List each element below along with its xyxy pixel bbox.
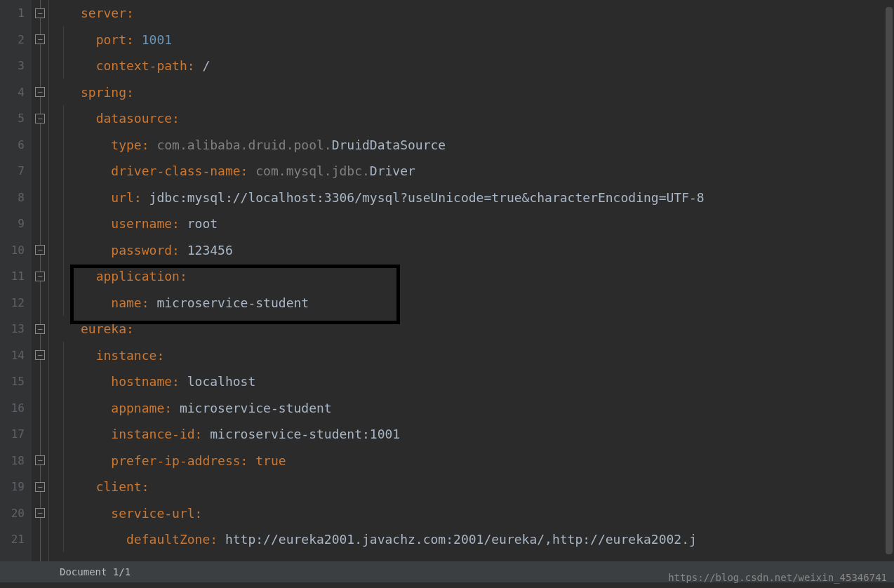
line-number[interactable]: 10	[0, 237, 25, 264]
fold-toggle[interactable]	[35, 508, 45, 518]
fold-toggle[interactable]	[35, 34, 45, 44]
fold-toggle[interactable]	[35, 245, 45, 255]
line-number[interactable]: 18	[0, 448, 25, 474]
code-line: name: microservice-student	[81, 290, 894, 316]
code-line: server:	[81, 0, 894, 27]
code-line: username: root	[81, 211, 894, 237]
code-line: spring:	[81, 79, 894, 106]
line-number[interactable]: 11	[0, 263, 25, 290]
vertical-scrollbar[interactable]	[886, 7, 893, 554]
line-number[interactable]: 8	[0, 185, 25, 211]
code-line: defaultZone: http://eureka2001.javachz.c…	[81, 526, 894, 553]
fold-toggle[interactable]	[35, 8, 45, 18]
line-number[interactable]: 12	[0, 290, 25, 316]
line-number[interactable]: 9	[0, 211, 25, 237]
code-line: hostname: localhost	[81, 368, 894, 395]
line-number[interactable]: 7	[0, 158, 25, 185]
editor: 1 2 3 4 5 6 7 8 9 10 11 12 13 14 15 16 1…	[0, 0, 894, 561]
line-number[interactable]: 4	[0, 79, 25, 106]
line-number[interactable]: 19	[0, 474, 25, 500]
line-number[interactable]: 21	[0, 526, 25, 553]
line-number[interactable]: 5	[0, 105, 25, 132]
line-number[interactable]: 20	[0, 500, 25, 527]
line-number-gutter: 1 2 3 4 5 6 7 8 9 10 11 12 13 14 15 16 1…	[0, 0, 32, 561]
fold-toggle[interactable]	[35, 114, 45, 123]
line-number[interactable]: 1	[0, 0, 25, 27]
fold-gutter	[32, 0, 49, 561]
line-number[interactable]: 2	[0, 27, 25, 53]
code-line: context-path: /	[81, 53, 894, 79]
fold-toggle[interactable]	[35, 350, 45, 360]
code-line: datasource:	[81, 105, 894, 132]
code-line: eureka:	[81, 316, 894, 342]
fold-toggle[interactable]	[35, 272, 45, 281]
code-line: instance:	[81, 342, 894, 369]
code-line: port: 1001	[81, 27, 894, 53]
line-number[interactable]: 15	[0, 368, 25, 395]
fold-toggle[interactable]	[35, 324, 45, 334]
code-line: url: jdbc:mysql://localhost:3306/mysql?u…	[81, 185, 894, 211]
line-number[interactable]: 3	[0, 53, 25, 79]
code-line: prefer-ip-address: true	[81, 448, 894, 474]
code-line: type: com.alibaba.druid.pool.DruidDataSo…	[81, 132, 894, 159]
code-line: appname: microservice-student	[81, 395, 894, 422]
indent-guides	[49, 0, 77, 561]
line-number[interactable]: 6	[0, 132, 25, 159]
watermark-text: https://blog.csdn.net/weixin_45346741	[668, 572, 887, 583]
code-line: instance-id: microservice-student:1001	[81, 421, 894, 448]
code-line: client:	[81, 474, 894, 500]
line-number[interactable]: 14	[0, 342, 25, 369]
fold-toggle[interactable]	[35, 455, 45, 465]
code-line: driver-class-name: com.mysql.jdbc.Driver	[81, 158, 894, 185]
code-content[interactable]: server: port: 1001 context-path: / sprin…	[77, 0, 894, 561]
fold-toggle[interactable]	[35, 482, 45, 492]
code-line: password: 123456	[81, 237, 894, 264]
code-line: service-url:	[81, 500, 894, 527]
code-line: application:	[81, 263, 894, 290]
line-number[interactable]: 17	[0, 421, 25, 448]
fold-toggle[interactable]	[35, 87, 45, 97]
line-number[interactable]: 13	[0, 316, 25, 342]
line-number[interactable]: 16	[0, 395, 25, 422]
document-indicator: Document 1/1	[60, 566, 131, 577]
